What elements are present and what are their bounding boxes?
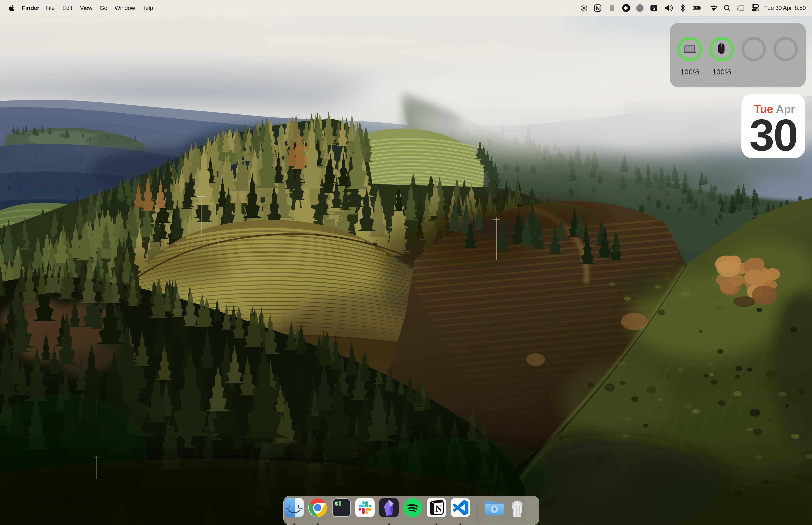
svg-text:N: N bbox=[435, 504, 442, 514]
svg-text:S: S bbox=[652, 5, 655, 11]
svg-text:$: $ bbox=[335, 501, 338, 507]
